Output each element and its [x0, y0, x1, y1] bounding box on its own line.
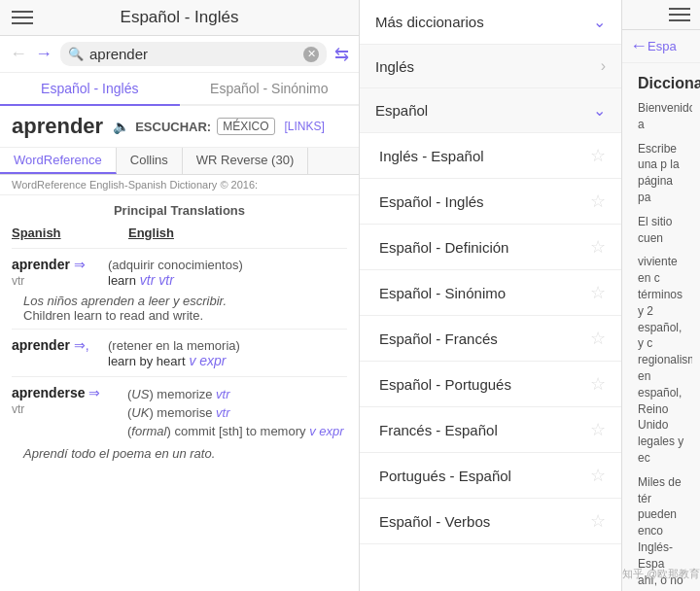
sub-item-label-7: Portugués - Español: [379, 468, 511, 484]
entry3-alt2-context: UK: [131, 405, 149, 420]
entry1-trans-type-em: vtr: [158, 272, 174, 288]
right-content: Diccionario Bienvenido a Escribe una p l…: [622, 63, 700, 591]
entry2-trans2: v expr: [189, 353, 226, 368]
sub-item-espanol-frances[interactable]: Español - Francés ☆: [360, 316, 621, 362]
right-hamburger-icon[interactable]: [669, 8, 690, 21]
right-tab-label[interactable]: Espa: [648, 39, 677, 53]
star-icon-2[interactable]: ☆: [590, 236, 606, 258]
sub-item-espanol-ingles[interactable]: Español - Inglés ☆: [360, 179, 621, 225]
sub-item-espanol-definicion[interactable]: Español - Definición ☆: [360, 225, 621, 270]
star-icon-8[interactable]: ☆: [590, 510, 606, 532]
mas-diccionarios-item[interactable]: Más diccionarios ⌄: [360, 0, 621, 45]
col-header-english: English: [128, 226, 226, 240]
tab-wr-reverse[interactable]: WR Reverse (30): [183, 148, 308, 174]
example3-es: Aprendí todo el poema en un rato.: [23, 446, 347, 461]
entry1-grammar: vtr: [12, 274, 24, 288]
right-text-2: Escribe una p la página pa: [630, 137, 692, 210]
star-icon-3[interactable]: ☆: [590, 282, 606, 303]
col-headers: Spanish English: [12, 222, 347, 244]
entry3-alt1-type: vtr: [216, 387, 229, 401]
entry3-arrow: ⇒: [88, 385, 100, 400]
star-icon-6[interactable]: ☆: [590, 419, 606, 440]
entry2-def: (retener en la memoria) learn by heart v…: [108, 337, 347, 368]
sub-item-label-1: Español - Inglés: [379, 193, 484, 210]
entry2-word: aprender: [12, 337, 70, 353]
content-area: Principal Translations Spanish English a…: [0, 195, 359, 591]
language-tabs: Español - Inglés Español - Sinónimo: [0, 73, 359, 106]
right-text-1: Bienvenido a: [630, 96, 692, 137]
entry1-context: (adquirir conocimientos): [108, 258, 243, 272]
entry3-alt2-trans: memorise: [157, 405, 212, 420]
ingles-section-header[interactable]: Inglés ›: [360, 45, 621, 88]
top-bar: Español - Inglés: [0, 0, 359, 36]
tab-collins[interactable]: Collins: [117, 148, 183, 174]
copyright-line: WordReference English-Spanish Dictionary…: [0, 175, 359, 195]
entry3-alt2-type: vtr: [216, 405, 229, 420]
ingles-section-label: Inglés: [375, 58, 414, 75]
entry-row-3: aprenderse ⇒ vtr (US) memorize vtr (UK) …: [12, 381, 347, 444]
espanol-section-label: Español: [375, 102, 428, 119]
back-arrow[interactable]: ←: [10, 44, 27, 64]
entry-row-1: aprender ⇒ vtr (adquirir conocimientos) …: [12, 253, 347, 292]
region-tag: MÉXICO: [217, 118, 274, 135]
star-icon-5[interactable]: ☆: [590, 373, 606, 395]
entry2-context: (retener en la memoria): [108, 338, 240, 353]
page-title: Español - Inglés: [33, 8, 326, 27]
example1-en: Children learn to read and write.: [23, 308, 347, 323]
word-header: aprender 🔈 ESCUCHAR: MÉXICO [LINKS]: [0, 106, 359, 148]
star-icon-7[interactable]: ☆: [590, 465, 606, 486]
sub-item-espanol-sinonimo[interactable]: Español - Sinónimo ☆: [360, 270, 621, 316]
col-header-spanish: Spanish: [12, 226, 109, 240]
search-box: 🔍 ✕: [60, 42, 327, 66]
sub-item-espanol-portugues[interactable]: Español - Portugués ☆: [360, 362, 621, 407]
tab-espanol-ingles[interactable]: Español - Inglés: [0, 73, 180, 106]
sub-item-portugues-espanol[interactable]: Portugués - Español ☆: [360, 453, 621, 499]
entry3-def: (US) memorize vtr (UK) memorise vtr (for…: [108, 385, 347, 440]
right-top-bar: [622, 0, 700, 30]
mas-diccionarios-label: Más diccionarios: [375, 14, 484, 30]
sub-item-label-0: Inglés - Español: [379, 148, 484, 164]
example-block-1: Los niños aprenden a leer y escribir. Ch…: [12, 292, 347, 325]
chevron-down-icon: ⌄: [593, 13, 606, 31]
sub-item-label-5: Español - Portugués: [379, 376, 511, 393]
ingles-chevron-right-icon: ›: [601, 57, 606, 75]
entry3-alt3-context: formal: [131, 424, 166, 438]
espanol-section-header[interactable]: Español ⌄: [360, 88, 621, 133]
entry3-word: aprenderse: [12, 385, 85, 400]
star-icon-4[interactable]: ☆: [590, 328, 606, 349]
entry3-alt2: (UK) memorise vtr: [108, 403, 347, 422]
example1-es: Los niños aprenden a leer y escribir.: [23, 294, 347, 308]
espanol-chevron-down-icon: ⌄: [593, 101, 606, 120]
entry2-arrow: ⇒,: [74, 337, 89, 353]
word-title: aprender: [12, 114, 103, 139]
entry3-alt1: (US) memorize vtr: [108, 385, 347, 403]
sub-item-label-8: Español - Verbos: [379, 513, 490, 530]
watermark: 知乎 @欧那教育: [622, 567, 700, 581]
star-icon-0[interactable]: ☆: [590, 145, 606, 166]
right-back-bar: ← Espa: [622, 30, 700, 63]
right-text-4: viviente en c términos y 2 español, y c …: [630, 250, 692, 469]
right-back-arrow[interactable]: ←: [630, 36, 648, 56]
sub-item-label-6: Francés - Español: [379, 422, 498, 438]
clear-button[interactable]: ✕: [303, 47, 319, 62]
entry1-arrow: ⇒: [74, 257, 86, 272]
sub-item-frances-espanol[interactable]: Francés - Español ☆: [360, 407, 621, 453]
entry-row-2: aprender ⇒, (retener en la memoria) lear…: [12, 333, 347, 372]
entry1-trans: learn: [108, 273, 136, 288]
middle-panel: Más diccionarios ⌄ Inglés › Español ⌄ In…: [360, 0, 622, 591]
tab-wordreference[interactable]: WordReference: [0, 148, 117, 174]
tab-espanol-sinonimo[interactable]: Español - Sinónimo: [180, 73, 360, 104]
links-tag[interactable]: [LINKS]: [285, 120, 325, 133]
speaker-icon[interactable]: 🔈: [113, 119, 129, 134]
forward-arrow[interactable]: →: [35, 44, 52, 64]
entry3-alt3-type: v expr: [309, 424, 343, 438]
entry3-alt3-trans: commit [sth] to memory: [174, 424, 305, 438]
entry1-def: (adquirir conocimientos) learn vtr vtr: [108, 257, 347, 288]
star-icon-1[interactable]: ☆: [590, 191, 606, 212]
sub-item-ingles-espanol[interactable]: Inglés - Español ☆: [360, 133, 621, 179]
swap-icon[interactable]: ⇆: [334, 44, 349, 65]
search-input[interactable]: [89, 46, 298, 62]
hamburger-icon[interactable]: [12, 11, 33, 24]
nav-bar: ← → 🔍 ✕ ⇆: [0, 36, 359, 73]
sub-item-espanol-verbos[interactable]: Español - Verbos ☆: [360, 499, 621, 544]
